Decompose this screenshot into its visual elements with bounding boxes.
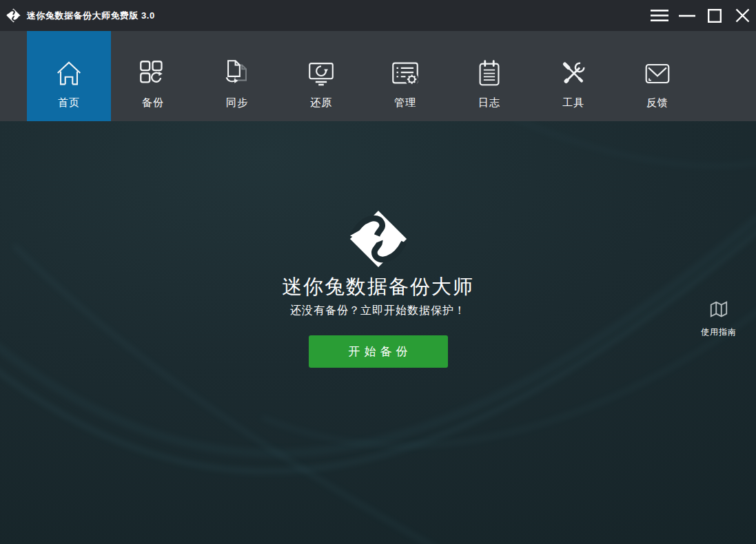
user-guide-link[interactable]: 使用指南 [692,300,746,338]
close-icon [735,8,750,23]
map-icon [708,300,729,320]
close-button[interactable] [728,0,756,31]
tab-label: 首页 [58,96,80,109]
start-backup-button[interactable]: 开始备份 [309,335,448,368]
log-icon [473,57,506,90]
maximize-button[interactable] [701,0,728,31]
app-logo-icon [349,209,408,271]
window-title: 迷你兔数据备份大师免费版 3.0 [27,10,155,22]
tab-label: 管理 [394,96,416,109]
minimize-icon [679,14,695,17]
window-controls [646,0,756,31]
tab-home[interactable]: 首页 [27,31,111,121]
tab-label: 同步 [226,96,248,109]
tab-restore[interactable]: 还原 [279,31,363,121]
menu-icon [651,10,668,22]
tools-icon [557,57,590,90]
tab-label: 反馈 [646,96,668,109]
backup-icon [136,57,170,90]
hero-subtitle: 还没有备份？立即开始数据保护！ [0,303,756,317]
tab-feedback[interactable]: 反馈 [615,31,699,121]
main-navigation: 首页 备份 [0,31,756,121]
restore-icon [305,57,338,90]
tab-label: 工具 [562,96,584,109]
maximize-icon [708,9,722,23]
hero-section: 迷你兔数据备份大师 还没有备份？立即开始数据保护！ 开始备份 [0,209,756,368]
tab-manage[interactable]: 管理 [363,31,447,121]
manage-icon [389,57,422,90]
app-title: 迷你兔数据备份大师 [0,275,756,297]
tab-log[interactable]: 日志 [447,31,531,121]
tab-label: 日志 [478,96,500,109]
titlebar: 迷你兔数据备份大师免费版 3.0 [0,0,756,31]
tab-backup[interactable]: 备份 [111,31,195,121]
menu-button[interactable] [646,0,673,31]
tab-tools[interactable]: 工具 [531,31,615,121]
main-content: 迷你兔数据备份大师 还没有备份？立即开始数据保护！ 开始备份 使用指南 [0,121,756,544]
tab-sync[interactable]: 同步 [195,31,279,121]
user-guide-label: 使用指南 [692,326,746,338]
home-icon [52,57,85,90]
feedback-icon [641,57,674,90]
titlebar-logo-icon [6,8,21,23]
sync-icon [221,57,254,90]
tab-label: 还原 [310,96,332,109]
minimize-button[interactable] [673,0,701,31]
tab-label: 备份 [142,96,164,109]
